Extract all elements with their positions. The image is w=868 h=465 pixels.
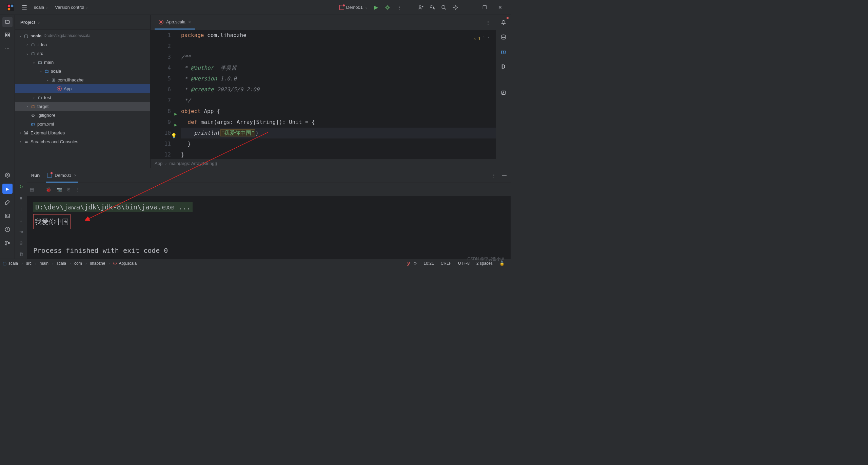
tree-label: src (37, 51, 43, 56)
code-with-me-icon[interactable] (415, 2, 427, 13)
run-button[interactable]: ▶ (370, 2, 382, 13)
bug-icon[interactable]: 🐞 (46, 187, 51, 192)
camera-icon[interactable]: 📷 (57, 187, 62, 192)
expand-icon[interactable]: ⌄ (31, 60, 37, 64)
assistant-tool-icon[interactable] (498, 88, 509, 98)
status-eol[interactable]: CRLF (441, 261, 451, 266)
main-area: ⋯ Project⌄ ⌄▢scalaD:\dev\bigdata\code\sc… (0, 15, 511, 168)
terminal-tool-icon[interactable] (2, 211, 13, 221)
excluded-folder-icon: 🗀 (30, 104, 36, 109)
vcs-tool-icon[interactable] (2, 238, 13, 248)
tree-pom[interactable]: mpom.xml (15, 119, 150, 128)
run-gutter-icon[interactable]: ▶ (174, 119, 177, 130)
tree-label: scala (51, 69, 61, 74)
expand-icon[interactable]: › (18, 140, 23, 144)
tree-target[interactable]: ›🗀target (15, 102, 150, 111)
nav-arrows[interactable]: ˆ ˅ (483, 33, 490, 44)
tree-app-file[interactable]: App (15, 84, 150, 93)
chevron-down-icon: ⌄ (37, 20, 40, 24)
expand-icon[interactable]: › (18, 131, 23, 135)
close-tab-icon[interactable]: × (74, 173, 77, 178)
editor-area: App.scala × ⋮ 1 2 3 4 5 6 7 8▶ 9▶ 10 11 … (151, 15, 496, 168)
run-more-icon[interactable]: ⋮ (492, 173, 496, 178)
expand-icon[interactable]: ⌄ (18, 34, 23, 38)
up-icon[interactable]: ↑ (20, 207, 22, 212)
stop-icon[interactable]: ■ (20, 196, 22, 201)
toolbar-more-icon[interactable]: ⋮ (76, 187, 80, 192)
more-tool-icon[interactable]: ⋯ (2, 43, 13, 53)
settings-icon[interactable] (450, 2, 461, 13)
expand-icon[interactable]: › (24, 105, 30, 108)
debug-button[interactable] (382, 2, 393, 13)
intention-bulb-icon[interactable]: 💡 (171, 130, 177, 141)
expand-icon[interactable]: ⌄ (45, 78, 50, 82)
vcs-dropdown[interactable]: Version control⌄ (52, 3, 92, 11)
line-number: 11 (151, 138, 171, 149)
expand-icon[interactable]: ⌄ (24, 52, 30, 55)
build-tool-icon[interactable] (2, 197, 13, 207)
project-tool-icon[interactable] (2, 17, 13, 27)
run-tab[interactable]: Demo01 × (46, 168, 78, 183)
tree-gitignore[interactable]: ⊘.gitignore (15, 111, 150, 119)
expand-icon[interactable]: ⌄ (38, 69, 43, 73)
editor-tab-app[interactable]: App.scala × (155, 15, 195, 30)
maven-tool-icon[interactable]: m (498, 47, 509, 57)
structure-tool-icon[interactable] (2, 30, 13, 40)
editor-body[interactable]: 1 2 3 4 5 6 7 8▶ 9▶ 10 11 12 ⚠ 1ˆ ˅ pack… (151, 30, 496, 159)
breadcrumb-item[interactable]: App (155, 161, 162, 166)
status-sync-icon[interactable]: ⟳ (414, 261, 417, 266)
run-tool-icon[interactable]: ▶ (2, 184, 13, 194)
more-actions-icon[interactable]: ⋮ (393, 2, 405, 13)
print-icon[interactable]: ⎙ (20, 240, 22, 245)
delete-icon[interactable]: 🗑 (19, 252, 23, 257)
tree-idea[interactable]: ›🗀.idea (15, 40, 150, 49)
line-number: 3 (151, 52, 171, 62)
project-dropdown[interactable]: scala⌄ (31, 3, 52, 11)
ide-logo (7, 4, 14, 11)
notifications-icon[interactable] (498, 17, 509, 27)
scratches-icon: ≣ (23, 139, 29, 144)
tree-root[interactable]: ⌄▢scalaD:\dev\bigdata\code\scala (15, 31, 150, 40)
tree-test[interactable]: ›🗀test (15, 93, 150, 102)
translate-icon[interactable] (427, 2, 438, 13)
d-tool-icon[interactable]: D (498, 62, 509, 72)
run-panel: ▶ ↻ ■ ↑ ↓ ⇥ ⎙ 🗑 Run Demo01 × ⋮ ― ▤ | 🐞 (0, 168, 511, 259)
run-config-selector[interactable]: Demo01 ⌄ (337, 3, 370, 11)
console-output[interactable]: D:\dev\java\jdk\jdk-8\bin\java.exe ... 我… (27, 196, 511, 259)
filter-icon[interactable]: ▤ (30, 187, 34, 192)
tree-main[interactable]: ⌄🗀main (15, 58, 150, 67)
tab-more-icon[interactable]: ⋮ (480, 20, 496, 25)
close-tab-icon[interactable]: × (188, 19, 191, 25)
maximize-button[interactable]: ❐ (477, 0, 492, 15)
main-menu-icon[interactable]: ☰ (22, 4, 27, 11)
breadcrumb-item[interactable]: main(args: Array[String]) (169, 161, 217, 166)
source-folder-icon: 🗀 (43, 69, 50, 74)
tree-scratches[interactable]: ›≣Scratches and Consoles (15, 137, 150, 146)
tree-scala-src[interactable]: ⌄🗀scala (15, 67, 150, 75)
tree-package[interactable]: ⌄⊞com.lihaozhe (15, 75, 150, 84)
database-tool-icon[interactable] (498, 32, 509, 42)
run-gutter-icon[interactable]: ▶ (174, 109, 177, 119)
package-icon: ⊞ (50, 77, 56, 82)
export-icon[interactable]: ⇥ (19, 229, 23, 234)
statusbar-breadcrumb[interactable]: ▢ scala› src› main› scala› com› lihaozhe… (3, 261, 137, 266)
tree-src[interactable]: ⌄🗀src (15, 49, 150, 58)
run-minimize-icon[interactable]: ― (502, 173, 507, 178)
inspection-badge[interactable]: ⚠ 1ˆ ˅ (474, 33, 490, 44)
tree-external-libs[interactable]: ›🏛External Libraries (15, 128, 150, 137)
run-toolbar: ▤ | 🐞 📷 ⎘ ⋮ (27, 183, 511, 196)
minimize-button[interactable]: ― (461, 0, 477, 15)
exit-icon[interactable]: ⎘ (67, 187, 70, 192)
search-icon[interactable] (438, 2, 450, 13)
rerun-icon[interactable]: ↻ (19, 184, 23, 189)
problems-tool-icon[interactable] (2, 224, 13, 235)
hex-tool-icon[interactable] (2, 170, 13, 180)
console-command: D:\dev\java\jdk\jdk-8\bin\java.exe ... (33, 202, 193, 212)
down-icon[interactable]: ↓ (20, 218, 22, 223)
y-status-icon[interactable]: y (407, 260, 410, 266)
expand-icon[interactable]: › (24, 43, 30, 46)
code-content[interactable]: ⚠ 1ˆ ˅ package com.lihaozhe /** * @autho… (177, 30, 496, 159)
expand-icon[interactable]: › (31, 96, 37, 99)
project-panel-title[interactable]: Project⌄ (20, 20, 40, 25)
close-button[interactable]: ✕ (492, 0, 508, 15)
